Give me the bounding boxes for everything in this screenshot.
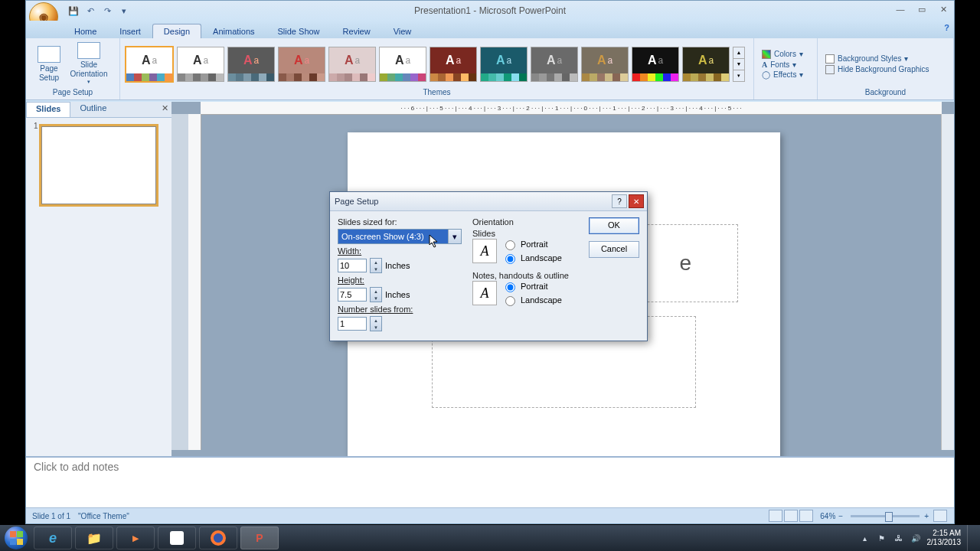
slides-portrait-radio[interactable]: Portrait [501, 238, 562, 250]
taskbar-mediaplayer-button[interactable]: ▶ [116, 527, 155, 549]
network-icon[interactable]: 🖧 [893, 533, 904, 543]
view-sorter-button[interactable] [784, 510, 798, 522]
group-label-background: Background [822, 88, 949, 98]
slides-panel: Slides Outline ✕ 1 [26, 102, 172, 462]
ruler-tab-selector[interactable] [172, 114, 188, 450]
undo-icon[interactable]: ↶ [84, 5, 96, 17]
theme-thumb[interactable]: Aa [531, 47, 578, 82]
notes-pane[interactable]: Click to add notes [26, 456, 954, 508]
group-label-themes: Themes [125, 88, 749, 98]
dialog-titlebar[interactable]: Page Setup ? ✕ [330, 192, 647, 211]
ribbon-tabs: Home Insert Design Animations Slide Show… [26, 21, 954, 38]
theme-thumb-office[interactable]: Aa [125, 46, 174, 83]
taskbar-ie-button[interactable]: e [34, 527, 72, 549]
dialog-help-button[interactable]: ? [612, 194, 627, 208]
tab-animations[interactable]: Animations [201, 24, 266, 38]
tab-review[interactable]: Review [332, 24, 382, 38]
ok-button[interactable]: OK [589, 217, 639, 234]
notes-landscape-radio[interactable]: Landscape [501, 294, 562, 306]
vertical-scrollbar[interactable] [941, 114, 954, 450]
slide-orientation-button[interactable]: Slide Orientation▾ [70, 41, 107, 87]
slides-tab[interactable]: Slides [26, 102, 70, 117]
start-button[interactable] [0, 525, 32, 551]
quick-access-toolbar: 💾 ↶ ↷ ▾ [67, 5, 130, 17]
view-normal-button[interactable] [769, 510, 782, 522]
maximize-button[interactable]: ▭ [914, 3, 929, 15]
theme-thumb[interactable]: Aa [379, 47, 426, 82]
fonts-dropdown[interactable]: AFonts ▾ [762, 60, 803, 69]
sized-for-dropdown[interactable]: On-screen Show (4:3) ▾ [338, 229, 462, 244]
view-slideshow-button[interactable] [799, 510, 813, 522]
flag-icon[interactable]: ⚑ [877, 533, 887, 543]
width-label: Width: [338, 246, 462, 256]
fit-window-button[interactable] [933, 510, 947, 522]
minimize-button[interactable]: — [893, 3, 908, 15]
theme-thumb[interactable]: Aa [480, 47, 528, 82]
theme-thumb[interactable]: Aa [632, 47, 679, 82]
taskbar-explorer-button[interactable]: 📁 [75, 527, 113, 549]
width-input[interactable] [338, 259, 367, 272]
background-styles-dropdown[interactable]: Background Styles ▾ [825, 54, 929, 64]
tab-home[interactable]: Home [63, 24, 108, 38]
number-from-spinner[interactable]: ▲▼ [370, 316, 382, 331]
theme-thumb[interactable]: Aa [278, 47, 325, 82]
page-setup-button[interactable]: Page Setup [31, 41, 67, 87]
theme-thumb[interactable]: Aa [227, 47, 275, 82]
theme-thumb[interactable]: Aa [177, 47, 224, 82]
effects-dropdown[interactable]: ◯Effects ▾ [762, 70, 803, 79]
colors-dropdown[interactable]: Colors ▾ [762, 50, 803, 59]
notes-orientation-group: Notes, handouts & outline A Portrait Lan… [472, 271, 578, 306]
taskbar-powerpoint-button[interactable]: P [240, 527, 279, 549]
zoom-in-button[interactable]: + [924, 512, 929, 520]
status-slide: Slide 1 of 1 [32, 512, 70, 520]
zoom-percent: 64% [820, 512, 835, 520]
slides-landscape-radio[interactable]: Landscape [501, 252, 562, 264]
tray-expand-icon[interactable]: ▴ [860, 533, 871, 543]
notes-portrait-radio[interactable]: Portrait [501, 280, 562, 292]
width-spinner[interactable]: ▲▼ [370, 258, 382, 273]
close-button[interactable]: ✕ [936, 3, 951, 15]
themes-scroll-down[interactable]: ▼ [733, 59, 744, 70]
outline-tab[interactable]: Outline [70, 102, 116, 117]
qat-dropdown-icon[interactable]: ▾ [118, 5, 130, 17]
tab-insert[interactable]: Insert [108, 24, 152, 38]
help-icon[interactable]: ? [944, 23, 949, 32]
system-tray: ▴ ⚑ 🖧 🔊 2:15 AM 2/13/2013 [857, 525, 981, 551]
slide-thumbnail[interactable] [39, 124, 158, 207]
orientation-icon: A [472, 239, 497, 263]
tab-design[interactable]: Design [152, 24, 201, 38]
clock[interactable]: 2:15 AM 2/13/2013 [927, 529, 962, 547]
themes-scroll-up[interactable]: ▲ [733, 47, 744, 59]
status-theme: "Office Theme" [78, 512, 129, 520]
titlebar: ◉ 💾 ↶ ↷ ▾ Presentation1 - Microsoft Powe… [26, 1, 954, 21]
volume-icon[interactable]: 🔊 [910, 533, 921, 543]
theme-thumb[interactable]: Aa [682, 47, 730, 82]
taskbar-app-button[interactable] [158, 527, 196, 549]
theme-thumb[interactable]: Aa [581, 47, 629, 82]
number-from-label: Number slides from: [338, 305, 462, 314]
group-label-page-setup: Page Setup [31, 88, 115, 98]
theme-thumb[interactable]: Aa [328, 47, 376, 82]
panel-close-icon[interactable]: ✕ [162, 103, 168, 113]
taskbar-firefox-button[interactable] [199, 527, 237, 549]
orientation-icon: A [472, 281, 497, 305]
zoom-slider[interactable] [851, 515, 920, 517]
chevron-down-icon: ▾ [448, 230, 461, 243]
height-unit: Inches [385, 290, 410, 299]
theme-thumb[interactable]: Aa [430, 47, 477, 82]
zoom-out-button[interactable]: − [838, 512, 843, 520]
themes-more-button[interactable]: ▾ [733, 70, 744, 81]
dialog-close-button[interactable]: ✕ [629, 194, 644, 208]
height-label: Height: [338, 276, 462, 285]
cancel-button[interactable]: Cancel [589, 241, 639, 258]
show-desktop-button[interactable] [967, 525, 977, 551]
status-bar: Slide 1 of 1 "Office Theme" 64% − + [26, 507, 954, 523]
redo-icon[interactable]: ↷ [101, 5, 113, 17]
number-from-input[interactable] [338, 317, 367, 331]
height-spinner[interactable]: ▲▼ [370, 287, 382, 302]
height-input[interactable] [338, 288, 367, 302]
tab-view[interactable]: View [382, 24, 423, 38]
save-icon[interactable]: 💾 [67, 5, 80, 17]
tab-slideshow[interactable]: Slide Show [266, 24, 332, 38]
hide-bg-graphics-checkbox[interactable]: Hide Background Graphics [825, 65, 929, 74]
